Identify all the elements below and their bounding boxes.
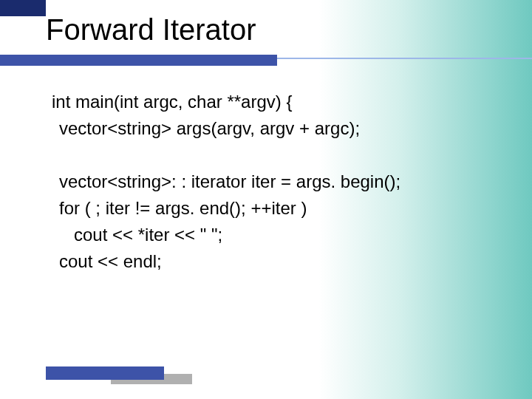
- underline-navy-block: [0, 55, 277, 66]
- code-line: cout << *iter << " ";: [52, 222, 502, 248]
- slide-title: Forward Iterator: [46, 13, 256, 47]
- blank-line: [52, 142, 502, 168]
- bottom-navy-accent: [46, 366, 164, 380]
- code-line: int main(int argc, char **argv) {: [52, 89, 502, 115]
- code-line: cout << endl;: [52, 248, 502, 275]
- code-block: int main(int argc, char **argv) { vector…: [52, 89, 502, 275]
- code-line: vector<string>: : iterator iter = args. …: [52, 168, 502, 195]
- code-line: vector<string> args(argv, argv + argc);: [52, 115, 502, 142]
- title-underline: [0, 55, 532, 68]
- code-line: for ( ; iter != args. end(); ++iter ): [52, 195, 502, 222]
- top-left-accent-box: [0, 0, 46, 16]
